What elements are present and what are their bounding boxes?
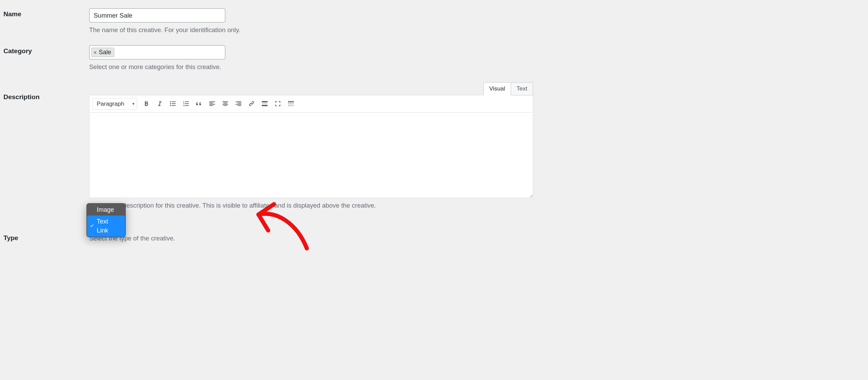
name-label: Name — [3, 3, 89, 40]
svg-rect-13 — [223, 102, 228, 102]
svg-rect-9 — [209, 102, 215, 102]
category-tag[interactable]: × Sale — [91, 48, 114, 57]
svg-rect-28 — [288, 103, 290, 104]
wysiwyg-editor: Visual Text Paragraph — [89, 82, 533, 198]
svg-rect-24 — [288, 101, 290, 103]
toolbar-toggle-icon[interactable] — [284, 97, 298, 110]
category-input[interactable]: × Sale — [89, 45, 225, 59]
svg-rect-29 — [290, 103, 291, 104]
tag-remove-icon[interactable]: × — [93, 50, 97, 55]
svg-rect-19 — [236, 104, 242, 105]
svg-rect-33 — [290, 105, 291, 106]
svg-rect-6 — [185, 102, 189, 102]
svg-rect-25 — [290, 101, 291, 103]
fullscreen-icon[interactable] — [271, 97, 284, 110]
svg-rect-26 — [291, 101, 293, 103]
svg-rect-3 — [172, 102, 176, 102]
type-helper: Select the type of the creative. — [89, 234, 865, 243]
svg-rect-14 — [224, 103, 227, 103]
svg-rect-22 — [262, 103, 268, 104]
bold-icon[interactable] — [140, 97, 153, 110]
numbered-list-icon[interactable] — [179, 97, 192, 110]
align-left-icon[interactable] — [206, 97, 219, 110]
svg-rect-12 — [209, 105, 213, 106]
svg-point-1 — [170, 103, 171, 104]
svg-rect-4 — [172, 103, 176, 104]
svg-rect-5 — [172, 105, 176, 106]
tab-text[interactable]: Text — [511, 82, 533, 95]
blockquote-icon[interactable] — [192, 97, 206, 110]
name-input[interactable] — [89, 8, 225, 22]
paragraph-format-select[interactable]: Paragraph — [92, 98, 137, 110]
svg-rect-17 — [236, 102, 242, 102]
svg-rect-20 — [237, 105, 241, 106]
svg-rect-35 — [293, 105, 294, 106]
svg-rect-18 — [237, 103, 241, 103]
type-dropdown[interactable]: Image Text Link — [86, 203, 126, 237]
editor-tabs: Visual Text — [89, 82, 533, 95]
svg-rect-34 — [291, 105, 293, 106]
svg-rect-11 — [209, 104, 215, 105]
svg-rect-16 — [224, 105, 227, 106]
name-helper: The name of this creative. For your iden… — [89, 25, 865, 35]
svg-rect-8 — [185, 105, 189, 106]
description-label: Description — [3, 77, 89, 216]
check-icon — [89, 223, 95, 229]
align-center-icon[interactable] — [219, 97, 232, 110]
bullet-list-icon[interactable] — [166, 97, 179, 110]
type-option-image[interactable]: Image — [87, 204, 125, 216]
editor-content[interactable] — [89, 113, 533, 198]
svg-rect-30 — [291, 103, 293, 104]
svg-point-2 — [170, 105, 171, 106]
svg-point-0 — [170, 101, 171, 102]
svg-rect-10 — [209, 103, 213, 103]
svg-rect-27 — [293, 101, 294, 103]
category-label: Category — [3, 40, 89, 77]
category-helper: Select one or more categories for this c… — [89, 62, 865, 72]
link-icon[interactable] — [245, 97, 258, 110]
svg-rect-32 — [288, 105, 290, 106]
type-label: Type — [3, 216, 89, 249]
description-helper: An optional description for this creativ… — [89, 201, 865, 210]
editor-toolbar: Paragraph — [89, 95, 533, 113]
svg-rect-31 — [293, 103, 294, 104]
tag-label: Sale — [99, 49, 111, 56]
type-option-text-link[interactable]: Text Link — [87, 216, 125, 236]
italic-icon[interactable] — [153, 97, 166, 110]
align-right-icon[interactable] — [232, 97, 245, 110]
svg-rect-23 — [262, 105, 268, 106]
svg-rect-15 — [223, 104, 228, 105]
svg-rect-21 — [262, 101, 268, 103]
svg-rect-7 — [185, 103, 189, 104]
tab-visual[interactable]: Visual — [483, 82, 511, 95]
insert-more-icon[interactable] — [258, 97, 271, 110]
